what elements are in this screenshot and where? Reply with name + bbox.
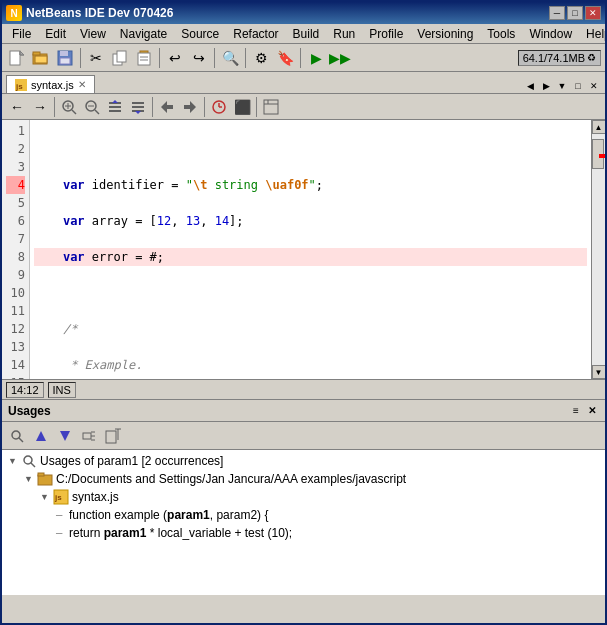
code-line-2: var identifier = "\t string \uaf0f";	[34, 176, 587, 194]
maximize-button[interactable]: □	[567, 6, 583, 20]
svg-point-52	[24, 456, 32, 464]
zoom-in-button[interactable]	[58, 96, 80, 118]
tab-close-button[interactable]: ✕	[78, 79, 86, 90]
cut-button[interactable]: ✂	[85, 47, 107, 69]
expand-button[interactable]	[156, 96, 178, 118]
line-num-3: 3	[6, 158, 25, 176]
code-line-6: /*	[34, 320, 587, 338]
move-up-button[interactable]	[104, 96, 126, 118]
bookmark-button[interactable]: 🔖	[274, 47, 296, 69]
zoom-out-button[interactable]	[81, 96, 103, 118]
usages-header-node[interactable]: ▼ Usages of param1 [2 occurrences]	[8, 452, 603, 470]
svg-rect-9	[60, 58, 70, 64]
menu-navigate[interactable]: Navigate	[114, 26, 173, 42]
et-sep3	[204, 97, 205, 117]
copy-button[interactable]	[109, 47, 131, 69]
go-forward-button[interactable]: →	[29, 96, 51, 118]
line-num-12: 12	[6, 320, 25, 338]
cursor-position: 14:12	[6, 382, 44, 398]
menu-refactor[interactable]: Refactor	[227, 26, 284, 42]
stop-button[interactable]: ⬛	[231, 96, 253, 118]
status-bar: 14:12 INS	[2, 380, 605, 400]
menu-source[interactable]: Source	[175, 26, 225, 42]
line-num-11: 11	[6, 302, 25, 320]
run-button[interactable]: ▶	[305, 47, 327, 69]
move-down-button[interactable]	[127, 96, 149, 118]
svg-line-53	[31, 463, 35, 467]
add-watch-button[interactable]	[208, 96, 230, 118]
debug-button[interactable]: ▶▶	[329, 47, 351, 69]
usages-close-icon[interactable]: ✕	[585, 404, 599, 418]
settings-button[interactable]: ⚙	[250, 47, 272, 69]
menu-window[interactable]: Window	[523, 26, 578, 42]
tab-menu-button[interactable]: ▼	[555, 79, 569, 93]
menu-file[interactable]: File	[6, 26, 37, 42]
tab-scroll-left[interactable]: ◀	[523, 79, 537, 93]
save-button[interactable]	[54, 47, 76, 69]
scroll-track[interactable]	[592, 134, 605, 365]
expand-icon-root[interactable]: ▼	[8, 453, 18, 469]
menu-profile[interactable]: Profile	[363, 26, 409, 42]
folder-icon	[37, 471, 53, 487]
line-num-1: 1	[6, 122, 25, 140]
menu-build[interactable]: Build	[287, 26, 326, 42]
expand-icon-file[interactable]: ▼	[40, 489, 50, 505]
redo-button[interactable]: ↪	[188, 47, 210, 69]
scroll-up-button[interactable]: ▲	[592, 120, 606, 134]
gc-icon[interactable]: ♻	[587, 52, 596, 63]
expand-icon-folder[interactable]: ▼	[24, 471, 34, 487]
usages-open-button[interactable]	[102, 425, 124, 447]
usages-expand-button[interactable]	[78, 425, 100, 447]
history-button[interactable]	[260, 96, 282, 118]
code-line-3: var array = [12, 13, 14];	[34, 212, 587, 230]
minimize-button[interactable]: ─	[549, 6, 565, 20]
svg-rect-27	[109, 110, 121, 112]
memory-label: 64.1/74.1MB	[523, 52, 585, 64]
paste-button[interactable]	[133, 47, 155, 69]
title-bar: N NetBeans IDE Dev 070426 ─ □ ✕	[2, 2, 605, 24]
line-num-14: 14	[6, 356, 25, 374]
usages-next-button[interactable]	[54, 425, 76, 447]
dash-icon-2: ─	[56, 525, 66, 541]
usages-content[interactable]: ▼ Usages of param1 [2 occurrences] ▼ C:/…	[2, 450, 605, 595]
tab-bar: js syntax.js ✕ ◀ ▶ ▼ □ ✕	[2, 72, 605, 94]
memory-indicator[interactable]: 64.1/74.1MB ♻	[518, 50, 601, 66]
tab-scroll-right[interactable]: ▶	[539, 79, 553, 93]
usages-title: Usages	[8, 404, 51, 418]
menu-versioning[interactable]: Versioning	[411, 26, 479, 42]
editor-toolbar: ← → ⬛	[2, 94, 605, 120]
usages-settings-icon[interactable]: ≡	[569, 404, 583, 418]
panel-close-button[interactable]: ✕	[587, 79, 601, 93]
code-line-7: * Example.	[34, 356, 587, 374]
open-button[interactable]	[30, 47, 52, 69]
usages-search-button[interactable]	[6, 425, 28, 447]
line-num-10: 10	[6, 284, 25, 302]
usages-prev-button[interactable]	[30, 425, 52, 447]
tab-label: syntax.js	[31, 79, 74, 91]
menu-help[interactable]: Help	[580, 26, 607, 42]
svg-marker-43	[36, 431, 46, 441]
menu-edit[interactable]: Edit	[39, 26, 72, 42]
usages-occurrence-2[interactable]: ─ return param1 * local_variable + test …	[8, 524, 603, 542]
go-back-button[interactable]: ←	[6, 96, 28, 118]
svg-marker-32	[135, 111, 141, 114]
find-button[interactable]: 🔍	[219, 47, 241, 69]
undo-button[interactable]: ↩	[164, 47, 186, 69]
svg-text:js: js	[54, 493, 62, 502]
svg-rect-5	[33, 52, 40, 55]
usages-file-node[interactable]: ▼ js syntax.js	[8, 488, 603, 506]
new-button[interactable]	[6, 47, 28, 69]
close-button[interactable]: ✕	[585, 6, 601, 20]
line-num-4: 4	[6, 176, 25, 194]
insert-mode-label: INS	[53, 384, 71, 396]
menu-view[interactable]: View	[74, 26, 112, 42]
restore-button[interactable]: □	[571, 79, 585, 93]
editor-content[interactable]: var identifier = "\t string \uaf0f"; var…	[30, 120, 591, 379]
collapse-button[interactable]	[179, 96, 201, 118]
tab-syntax-js[interactable]: js syntax.js ✕	[6, 75, 95, 93]
scroll-down-button[interactable]: ▼	[592, 365, 606, 379]
menu-tools[interactable]: Tools	[481, 26, 521, 42]
usages-folder-node[interactable]: ▼ C:/Documents and Settings/Jan Jancura/…	[8, 470, 603, 488]
usages-occurrence-1[interactable]: ─ function example (param1, param2) {	[8, 506, 603, 524]
menu-run[interactable]: Run	[327, 26, 361, 42]
